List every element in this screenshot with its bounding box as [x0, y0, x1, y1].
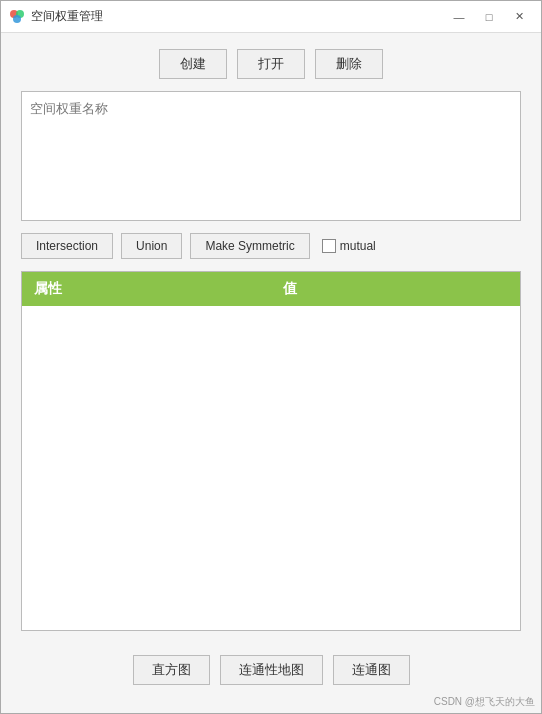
- make-symmetric-button[interactable]: Make Symmetric: [190, 233, 309, 259]
- connectivity-map-button[interactable]: 连通性地图: [220, 655, 323, 685]
- mutual-label: mutual: [340, 239, 376, 253]
- weight-name-input[interactable]: [22, 92, 520, 220]
- watermark: CSDN @想飞天的大鱼: [434, 695, 535, 709]
- text-area-container: [21, 91, 521, 221]
- main-window: 空间权重管理 — □ ✕ 创建 打开 删除 Intersection Union…: [0, 0, 542, 714]
- union-button[interactable]: Union: [121, 233, 182, 259]
- app-icon: [9, 9, 25, 25]
- table-body: [22, 306, 520, 630]
- toolbar: 创建 打开 删除: [21, 49, 521, 79]
- connectivity-graph-button[interactable]: 连通图: [333, 655, 410, 685]
- mutual-checkbox-area: mutual: [322, 239, 376, 253]
- minimize-button[interactable]: —: [445, 6, 473, 28]
- properties-table: 属性 值: [21, 271, 521, 631]
- table-col2-header: 值: [271, 272, 520, 306]
- bottom-bar: 直方图 连通性地图 连通图: [21, 643, 521, 697]
- delete-button[interactable]: 删除: [315, 49, 383, 79]
- operation-bar: Intersection Union Make Symmetric mutual: [21, 233, 521, 259]
- table-col1-header: 属性: [22, 272, 271, 306]
- content-area: 创建 打开 删除 Intersection Union Make Symmetr…: [1, 33, 541, 713]
- intersection-button[interactable]: Intersection: [21, 233, 113, 259]
- maximize-button[interactable]: □: [475, 6, 503, 28]
- svg-point-2: [13, 15, 21, 23]
- table-header: 属性 值: [22, 272, 520, 306]
- title-bar: 空间权重管理 — □ ✕: [1, 1, 541, 33]
- close-button[interactable]: ✕: [505, 6, 533, 28]
- mutual-checkbox[interactable]: [322, 239, 336, 253]
- window-title: 空间权重管理: [31, 8, 103, 25]
- histogram-button[interactable]: 直方图: [133, 655, 210, 685]
- title-bar-left: 空间权重管理: [9, 8, 103, 25]
- open-button[interactable]: 打开: [237, 49, 305, 79]
- create-button[interactable]: 创建: [159, 49, 227, 79]
- title-bar-controls: — □ ✕: [445, 6, 533, 28]
